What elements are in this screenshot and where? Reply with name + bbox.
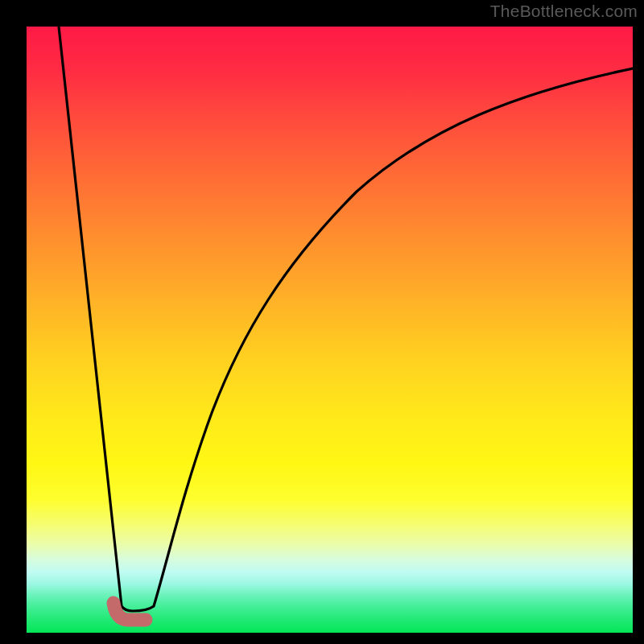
curves-layer xyxy=(27,27,633,633)
watermark-text: TheBottleneck.com xyxy=(490,2,638,21)
bottleneck-curve xyxy=(59,27,633,611)
plot-area xyxy=(27,27,633,633)
chart-frame: TheBottleneck.com xyxy=(0,0,644,644)
